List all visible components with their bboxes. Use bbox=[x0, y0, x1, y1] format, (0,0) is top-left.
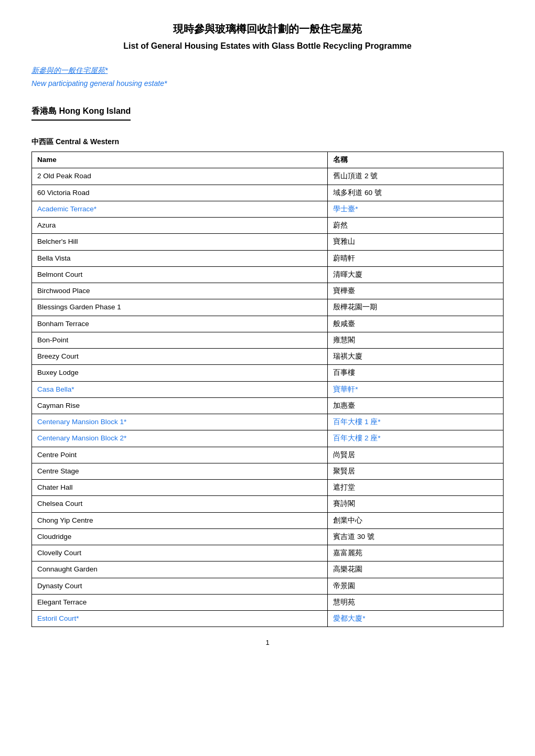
col-header-name-zh: 名稱 bbox=[328, 152, 504, 168]
estate-name-zh: 殷樺花園一期 bbox=[328, 299, 504, 316]
table-row: Bonham Terrace般咸臺 bbox=[32, 316, 504, 332]
estate-name-zh: 賓吉道 30 號 bbox=[328, 528, 504, 545]
estate-name-en: Bella Vista bbox=[32, 250, 328, 266]
estate-name-en: Buxey Lodge bbox=[32, 365, 328, 381]
estate-name-zh: 愛都大廈* bbox=[328, 611, 504, 627]
estate-name-zh: 寶樺臺 bbox=[328, 283, 504, 299]
table-row: Chong Yip Centre創業中心 bbox=[32, 512, 504, 528]
estate-name-zh: 寶華軒* bbox=[328, 381, 504, 397]
table-row: Breezy Court瑞祺大廈 bbox=[32, 349, 504, 365]
estate-name-en: Clovelly Court bbox=[32, 545, 328, 561]
table-row: Belmont Court清暉大廈 bbox=[32, 266, 504, 283]
estate-name-zh: 域多利道 60 號 bbox=[328, 185, 504, 201]
table-row: Cayman Rise加惠臺 bbox=[32, 397, 504, 414]
estate-name-en: Chong Yip Centre bbox=[32, 512, 328, 528]
estate-name-en: Casa Bella* bbox=[32, 381, 328, 397]
estate-name-en: Blessings Garden Phase 1 bbox=[32, 299, 328, 316]
estate-name-zh: 尚賢居 bbox=[328, 447, 504, 463]
estate-name-zh: 舊山頂道 2 號 bbox=[328, 168, 504, 185]
estate-name-en: Centenary Mansion Block 1* bbox=[32, 414, 328, 430]
estate-name-en: Chater Hall bbox=[32, 480, 328, 496]
table-row: 2 Old Peak Road舊山頂道 2 號 bbox=[32, 168, 504, 185]
estate-name-en: Belmont Court bbox=[32, 266, 328, 283]
estate-name-en: 60 Victoria Road bbox=[32, 185, 328, 201]
table-row: 60 Victoria Road域多利道 60 號 bbox=[32, 185, 504, 201]
estate-name-en: Dynasty Court bbox=[32, 578, 328, 594]
estate-name-en: Centre Stage bbox=[32, 463, 328, 479]
estate-name-zh: 聚賢居 bbox=[328, 463, 504, 479]
estate-name-en: Centenary Mansion Block 2* bbox=[32, 430, 328, 447]
table-row: Centre Point尚賢居 bbox=[32, 447, 504, 463]
estate-name-zh: 百事樓 bbox=[328, 365, 504, 381]
estate-name-zh: 蔚然 bbox=[328, 218, 504, 234]
estate-name-en: Belcher's Hill bbox=[32, 234, 328, 250]
estate-name-zh: 慧明苑 bbox=[328, 594, 504, 610]
estate-name-zh: 加惠臺 bbox=[328, 397, 504, 414]
estate-name-zh: 蔚晴軒 bbox=[328, 250, 504, 266]
table-row: Academic Terrace*學士臺* bbox=[32, 201, 504, 217]
table-row: Centenary Mansion Block 1*百年大樓 1 座* bbox=[32, 414, 504, 430]
estate-name-en: Estoril Court* bbox=[32, 611, 328, 627]
estate-name-zh: 賽詩閣 bbox=[328, 496, 504, 512]
estate-name-en: Cayman Rise bbox=[32, 397, 328, 414]
estate-name-en: Chelsea Court bbox=[32, 496, 328, 512]
estate-name-en: Elegant Terrace bbox=[32, 594, 328, 610]
table-row: Estoril Court*愛都大廈* bbox=[32, 611, 504, 627]
estate-name-en: Birchwood Place bbox=[32, 283, 328, 299]
page-title-en: List of General Housing Estates with Gla… bbox=[31, 40, 504, 52]
table-row: Bella Vista蔚晴軒 bbox=[32, 250, 504, 266]
estate-name-zh: 清暉大廈 bbox=[328, 266, 504, 283]
district-title: 中西區 Central & Western bbox=[31, 136, 504, 147]
table-row: Cloudridge賓吉道 30 號 bbox=[32, 528, 504, 545]
table-row: Clovelly Court嘉富麗苑 bbox=[32, 545, 504, 561]
col-header-name: Name bbox=[32, 152, 328, 168]
table-row: Blessings Garden Phase 1殷樺花園一期 bbox=[32, 299, 504, 316]
table-row: Birchwood Place寶樺臺 bbox=[32, 283, 504, 299]
note-en: New participating general housing estate… bbox=[31, 78, 504, 89]
estate-name-en: Connaught Garden bbox=[32, 561, 328, 578]
section-title: 香港島 Hong Kong Island bbox=[31, 105, 131, 121]
estate-name-en: Breezy Court bbox=[32, 349, 328, 365]
estate-name-zh: 寶雅山 bbox=[328, 234, 504, 250]
estate-name-zh: 雍慧閣 bbox=[328, 332, 504, 348]
table-row: Chelsea Court賽詩閣 bbox=[32, 496, 504, 512]
table-row: Chater Hall遮打堂 bbox=[32, 480, 504, 496]
estate-table: Name名稱2 Old Peak Road舊山頂道 2 號60 Victoria… bbox=[31, 152, 504, 627]
table-row: Centenary Mansion Block 2*百年大樓 2 座* bbox=[32, 430, 504, 447]
table-row: Bon-Point雍慧閣 bbox=[32, 332, 504, 348]
estate-name-zh: 帝景園 bbox=[328, 578, 504, 594]
table-row: Casa Bella*寶華軒* bbox=[32, 381, 504, 397]
estate-name-en: Bonham Terrace bbox=[32, 316, 328, 332]
table-row: Dynasty Court帝景園 bbox=[32, 578, 504, 594]
table-row: Azura蔚然 bbox=[32, 218, 504, 234]
estate-name-en: 2 Old Peak Road bbox=[32, 168, 328, 185]
estate-name-zh: 百年大樓 1 座* bbox=[328, 414, 504, 430]
table-row: Belcher's Hill寶雅山 bbox=[32, 234, 504, 250]
page-number: 1 bbox=[31, 638, 504, 648]
estate-name-zh: 百年大樓 2 座* bbox=[328, 430, 504, 447]
estate-name-zh: 嘉富麗苑 bbox=[328, 545, 504, 561]
estate-name-zh: 創業中心 bbox=[328, 512, 504, 528]
table-row: Connaught Garden高樂花園 bbox=[32, 561, 504, 578]
estate-name-en: Centre Point bbox=[32, 447, 328, 463]
estate-name-zh: 瑞祺大廈 bbox=[328, 349, 504, 365]
estate-name-zh: 學士臺* bbox=[328, 201, 504, 217]
page-title-zh: 現時參與玻璃樽回收計劃的一般住宅屋苑 bbox=[31, 21, 504, 37]
estate-name-en: Azura bbox=[32, 218, 328, 234]
estate-name-zh: 高樂花園 bbox=[328, 561, 504, 578]
estate-name-en: Cloudridge bbox=[32, 528, 328, 545]
table-row: Elegant Terrace慧明苑 bbox=[32, 594, 504, 610]
estate-name-zh: 般咸臺 bbox=[328, 316, 504, 332]
estate-name-en: Bon-Point bbox=[32, 332, 328, 348]
table-row: Buxey Lodge百事樓 bbox=[32, 365, 504, 381]
note-zh: 新參與的一般住宅屋苑* bbox=[31, 65, 504, 76]
table-row: Centre Stage聚賢居 bbox=[32, 463, 504, 479]
estate-name-en: Academic Terrace* bbox=[32, 201, 328, 217]
estate-name-zh: 遮打堂 bbox=[328, 480, 504, 496]
